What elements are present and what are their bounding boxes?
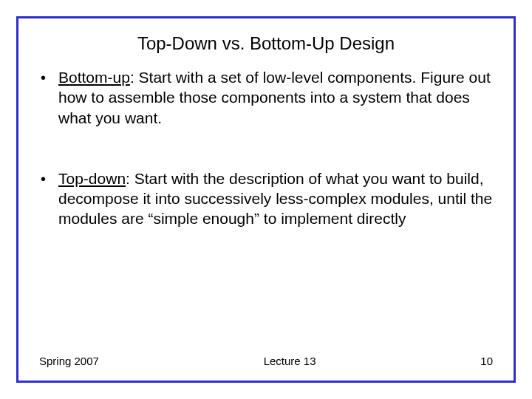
bullet-text: Top-down: Start with the description of … [58, 168, 493, 229]
bullet-term: Top-down [58, 170, 126, 187]
bullet-text: Bottom-up: Start with a set of low-level… [58, 67, 493, 128]
bullet-icon [39, 168, 58, 229]
footer-page-number: 10 [480, 355, 493, 367]
bullet-icon [39, 67, 58, 128]
footer-semester: Spring 2007 [39, 355, 99, 367]
slide-content: Bottom-up: Start with a set of low-level… [39, 67, 493, 355]
bullet-item: Bottom-up: Start with a set of low-level… [39, 67, 493, 128]
slide-footer: Spring 2007 Lecture 13 10 [39, 355, 493, 367]
footer-lecture: Lecture 13 [264, 355, 316, 367]
slide-frame: Top-Down vs. Bottom-Up Design Bottom-up:… [16, 16, 516, 383]
bullet-item: Top-down: Start with the description of … [39, 168, 493, 229]
slide-title: Top-Down vs. Bottom-Up Design [39, 33, 493, 54]
bullet-term: Bottom-up [58, 69, 130, 86]
